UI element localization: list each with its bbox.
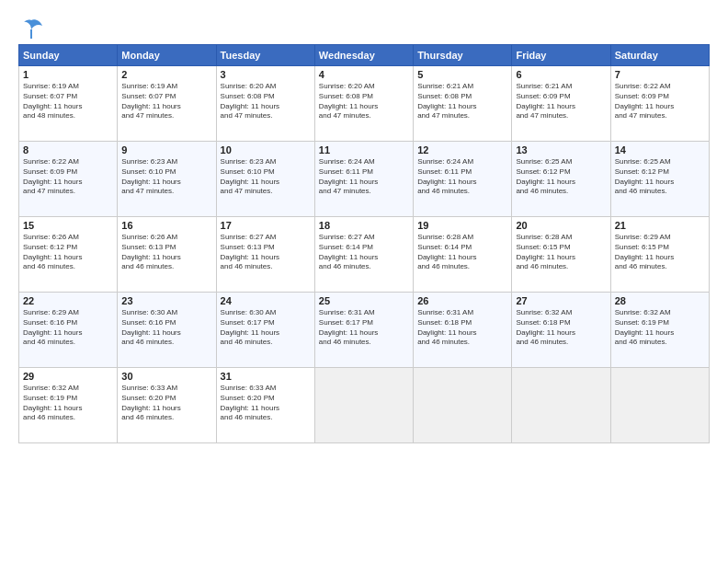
day-number: 31 bbox=[221, 371, 311, 382]
calendar-cell: 16Sunrise: 6:26 AM Sunset: 6:13 PM Dayli… bbox=[118, 217, 216, 293]
day-number: 12 bbox=[417, 144, 507, 155]
day-info: Sunrise: 6:28 AM Sunset: 6:14 PM Dayligh… bbox=[417, 233, 507, 272]
day-info: Sunrise: 6:24 AM Sunset: 6:11 PM Dayligh… bbox=[417, 157, 507, 197]
day-number: 5 bbox=[417, 69, 507, 80]
day-info: Sunrise: 6:22 AM Sunset: 6:09 PM Dayligh… bbox=[23, 157, 113, 197]
calendar-cell: 11Sunrise: 6:24 AM Sunset: 6:11 PM Dayli… bbox=[314, 142, 413, 217]
calendar-cell: 23Sunrise: 6:30 AM Sunset: 6:16 PM Dayli… bbox=[118, 293, 216, 368]
calendar-cell: 3Sunrise: 6:20 AM Sunset: 6:08 PM Daylig… bbox=[216, 66, 314, 142]
calendar-cell bbox=[610, 368, 709, 443]
day-info: Sunrise: 6:33 AM Sunset: 6:20 PM Dayligh… bbox=[221, 384, 311, 423]
calendar-cell: 17Sunrise: 6:27 AM Sunset: 6:13 PM Dayli… bbox=[216, 217, 314, 293]
calendar-cell: 19Sunrise: 6:28 AM Sunset: 6:14 PM Dayli… bbox=[414, 217, 512, 293]
day-info: Sunrise: 6:32 AM Sunset: 6:18 PM Dayligh… bbox=[516, 308, 606, 348]
day-info: Sunrise: 6:27 AM Sunset: 6:14 PM Dayligh… bbox=[319, 233, 409, 272]
calendar-cell: 2Sunrise: 6:19 AM Sunset: 6:07 PM Daylig… bbox=[118, 66, 216, 142]
col-monday: Monday bbox=[118, 45, 216, 66]
day-info: Sunrise: 6:30 AM Sunset: 6:17 PM Dayligh… bbox=[221, 308, 311, 348]
day-number: 7 bbox=[615, 69, 705, 80]
day-number: 2 bbox=[121, 69, 211, 80]
calendar-week-row: 15Sunrise: 6:26 AM Sunset: 6:12 PM Dayli… bbox=[19, 217, 710, 293]
day-number: 8 bbox=[23, 144, 113, 155]
calendar-cell bbox=[414, 368, 512, 443]
day-number: 10 bbox=[221, 144, 311, 155]
col-saturday: Saturday bbox=[610, 45, 709, 66]
calendar-cell: 13Sunrise: 6:25 AM Sunset: 6:12 PM Dayli… bbox=[512, 142, 610, 217]
calendar-cell: 15Sunrise: 6:26 AM Sunset: 6:12 PM Dayli… bbox=[19, 217, 118, 293]
col-sunday: Sunday bbox=[19, 45, 118, 66]
day-info: Sunrise: 6:26 AM Sunset: 6:12 PM Dayligh… bbox=[23, 233, 113, 272]
day-number: 16 bbox=[121, 220, 211, 231]
day-number: 17 bbox=[221, 220, 311, 231]
day-info: Sunrise: 6:28 AM Sunset: 6:15 PM Dayligh… bbox=[516, 233, 606, 272]
day-info: Sunrise: 6:33 AM Sunset: 6:20 PM Dayligh… bbox=[121, 384, 211, 423]
calendar-cell: 8Sunrise: 6:22 AM Sunset: 6:09 PM Daylig… bbox=[19, 142, 118, 217]
calendar-cell: 28Sunrise: 6:32 AM Sunset: 6:19 PM Dayli… bbox=[610, 293, 709, 368]
day-info: Sunrise: 6:29 AM Sunset: 6:16 PM Dayligh… bbox=[23, 308, 113, 348]
day-info: Sunrise: 6:31 AM Sunset: 6:17 PM Dayligh… bbox=[319, 308, 409, 348]
calendar-cell: 30Sunrise: 6:33 AM Sunset: 6:20 PM Dayli… bbox=[118, 368, 216, 443]
calendar-week-row: 22Sunrise: 6:29 AM Sunset: 6:16 PM Dayli… bbox=[19, 293, 710, 368]
day-info: Sunrise: 6:19 AM Sunset: 6:07 PM Dayligh… bbox=[23, 82, 113, 121]
calendar-cell: 22Sunrise: 6:29 AM Sunset: 6:16 PM Dayli… bbox=[19, 293, 118, 368]
calendar-cell: 24Sunrise: 6:30 AM Sunset: 6:17 PM Dayli… bbox=[216, 293, 314, 368]
col-wednesday: Wednesday bbox=[314, 45, 413, 66]
day-info: Sunrise: 6:21 AM Sunset: 6:09 PM Dayligh… bbox=[516, 82, 606, 121]
calendar-cell: 27Sunrise: 6:32 AM Sunset: 6:18 PM Dayli… bbox=[512, 293, 610, 368]
col-friday: Friday bbox=[512, 45, 610, 66]
day-info: Sunrise: 6:29 AM Sunset: 6:15 PM Dayligh… bbox=[615, 233, 705, 272]
calendar-week-row: 8Sunrise: 6:22 AM Sunset: 6:09 PM Daylig… bbox=[19, 142, 710, 217]
day-number: 6 bbox=[516, 69, 606, 80]
day-number: 18 bbox=[319, 220, 409, 231]
day-info: Sunrise: 6:24 AM Sunset: 6:11 PM Dayligh… bbox=[319, 157, 409, 197]
day-number: 27 bbox=[516, 295, 606, 306]
day-info: Sunrise: 6:30 AM Sunset: 6:16 PM Dayligh… bbox=[121, 308, 211, 348]
calendar-week-row: 29Sunrise: 6:32 AM Sunset: 6:19 PM Dayli… bbox=[19, 368, 710, 443]
day-info: Sunrise: 6:20 AM Sunset: 6:08 PM Dayligh… bbox=[221, 82, 311, 121]
day-number: 28 bbox=[615, 295, 705, 306]
calendar-cell: 29Sunrise: 6:32 AM Sunset: 6:19 PM Dayli… bbox=[19, 368, 118, 443]
day-number: 1 bbox=[23, 69, 113, 80]
day-info: Sunrise: 6:25 AM Sunset: 6:12 PM Dayligh… bbox=[516, 157, 606, 197]
calendar-cell: 18Sunrise: 6:27 AM Sunset: 6:14 PM Dayli… bbox=[314, 217, 413, 293]
day-number: 30 bbox=[121, 371, 211, 382]
day-number: 9 bbox=[121, 144, 211, 155]
col-thursday: Thursday bbox=[414, 45, 512, 66]
day-info: Sunrise: 6:31 AM Sunset: 6:18 PM Dayligh… bbox=[417, 308, 507, 348]
day-number: 11 bbox=[319, 144, 409, 155]
day-number: 15 bbox=[23, 220, 113, 231]
calendar-cell bbox=[512, 368, 610, 443]
calendar-header-row: Sunday Monday Tuesday Wednesday Thursday… bbox=[19, 45, 710, 66]
calendar-cell: 12Sunrise: 6:24 AM Sunset: 6:11 PM Dayli… bbox=[414, 142, 512, 217]
day-number: 13 bbox=[516, 144, 606, 155]
day-info: Sunrise: 6:23 AM Sunset: 6:10 PM Dayligh… bbox=[221, 157, 311, 197]
day-info: Sunrise: 6:27 AM Sunset: 6:13 PM Dayligh… bbox=[221, 233, 311, 272]
day-info: Sunrise: 6:20 AM Sunset: 6:08 PM Dayligh… bbox=[319, 82, 409, 121]
day-number: 22 bbox=[23, 295, 113, 306]
day-info: Sunrise: 6:25 AM Sunset: 6:12 PM Dayligh… bbox=[615, 157, 705, 197]
day-number: 25 bbox=[319, 295, 409, 306]
calendar-cell bbox=[314, 368, 413, 443]
calendar-cell: 14Sunrise: 6:25 AM Sunset: 6:12 PM Dayli… bbox=[610, 142, 709, 217]
calendar-cell: 1Sunrise: 6:19 AM Sunset: 6:07 PM Daylig… bbox=[19, 66, 118, 142]
day-info: Sunrise: 6:32 AM Sunset: 6:19 PM Dayligh… bbox=[615, 308, 705, 348]
day-number: 14 bbox=[615, 144, 705, 155]
day-number: 20 bbox=[516, 220, 606, 231]
day-info: Sunrise: 6:22 AM Sunset: 6:09 PM Dayligh… bbox=[615, 82, 705, 121]
calendar-cell: 25Sunrise: 6:31 AM Sunset: 6:17 PM Dayli… bbox=[314, 293, 413, 368]
day-number: 4 bbox=[319, 69, 409, 80]
day-number: 29 bbox=[23, 371, 113, 382]
header bbox=[18, 17, 710, 37]
day-info: Sunrise: 6:26 AM Sunset: 6:13 PM Dayligh… bbox=[121, 233, 211, 272]
day-number: 3 bbox=[221, 69, 311, 80]
day-number: 26 bbox=[417, 295, 507, 306]
calendar-cell: 6Sunrise: 6:21 AM Sunset: 6:09 PM Daylig… bbox=[512, 66, 610, 142]
day-number: 19 bbox=[417, 220, 507, 231]
day-number: 23 bbox=[121, 295, 211, 306]
day-number: 21 bbox=[615, 220, 705, 231]
calendar-cell: 7Sunrise: 6:22 AM Sunset: 6:09 PM Daylig… bbox=[610, 66, 709, 142]
day-info: Sunrise: 6:23 AM Sunset: 6:10 PM Dayligh… bbox=[121, 157, 211, 197]
calendar-cell: 31Sunrise: 6:33 AM Sunset: 6:20 PM Dayli… bbox=[216, 368, 314, 443]
calendar-cell: 5Sunrise: 6:21 AM Sunset: 6:08 PM Daylig… bbox=[414, 66, 512, 142]
calendar-cell: 10Sunrise: 6:23 AM Sunset: 6:10 PM Dayli… bbox=[216, 142, 314, 217]
